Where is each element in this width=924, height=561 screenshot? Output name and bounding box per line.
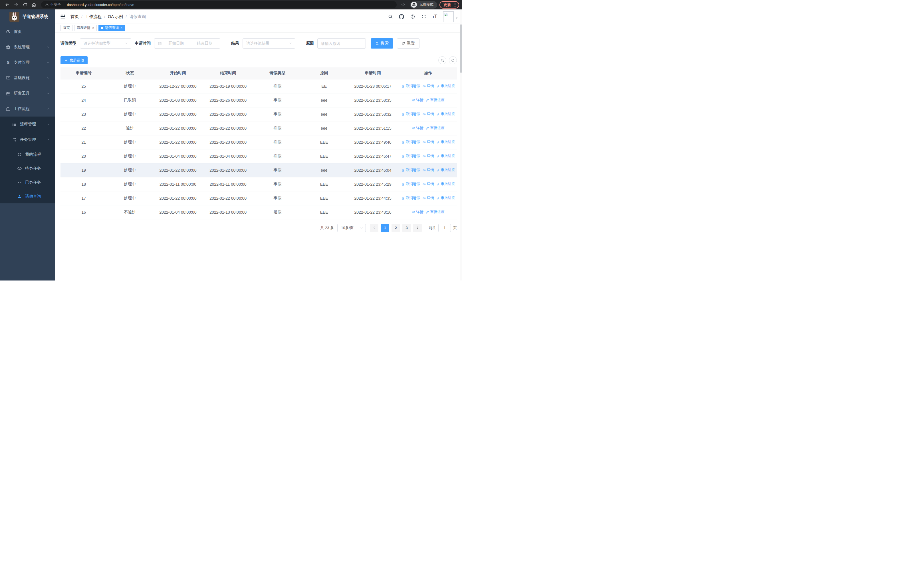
approval-progress-link[interactable]: 审批进度 <box>436 182 455 186</box>
breadcrumb-item-workflow[interactable]: 工作流程 <box>85 14 102 20</box>
page-scrollbar[interactable] <box>460 9 462 281</box>
user-avatar[interactable] <box>443 11 458 22</box>
reload-icon[interactable] <box>22 2 27 7</box>
sidebar-item-process-mgmt[interactable]: 流程管理 <box>0 117 55 132</box>
scrollbar-thumb[interactable] <box>460 24 462 73</box>
search-icon[interactable] <box>388 14 393 19</box>
url-bar[interactable]: 不安全 dashboard.yudao.iocoder.cn/bpm/oa/le… <box>41 1 397 8</box>
next-page-button[interactable] <box>413 224 422 232</box>
sidebar-item-leave-query[interactable]: 请假查询 <box>0 190 55 203</box>
incognito-badge: 无痕模式 <box>410 1 437 9</box>
leave-type-select[interactable]: 请选择请假类型 <box>80 38 131 48</box>
sidebar-item-system[interactable]: 系统管理 <box>0 39 55 55</box>
cancel-leave-link[interactable]: 取消请假 <box>401 154 420 158</box>
page-button-1[interactable]: 1 <box>381 224 389 232</box>
bookmark-star-icon[interactable] <box>401 3 405 7</box>
sidebar-item-label: 我的流程 <box>25 152 50 157</box>
chevron-down-icon <box>360 226 363 230</box>
tag-process-detail[interactable]: 流程详情× <box>74 25 97 31</box>
page-size-select[interactable]: 10条/页 <box>337 224 366 232</box>
apply-time-range-picker[interactable]: 开始日期 - 结束日期 <box>154 38 220 48</box>
table-cell: 18 <box>60 177 107 191</box>
prev-page-button[interactable] <box>370 224 378 232</box>
search-button[interactable]: 搜索 <box>370 38 393 48</box>
breadcrumb-item-oa[interactable]: OA 示例 <box>108 14 123 20</box>
table-cell: 事假 <box>253 191 302 205</box>
approval-progress-link[interactable]: 审批进度 <box>436 168 455 173</box>
approval-progress-link[interactable]: 审批进度 <box>426 210 445 215</box>
close-icon[interactable]: × <box>120 26 122 30</box>
tag-home[interactable]: 首页 <box>60 25 72 31</box>
cancel-leave-link[interactable]: 取消请假 <box>401 196 420 200</box>
cancel-leave-link[interactable]: 取消请假 <box>401 84 420 89</box>
sidebar-item-todo-tasks[interactable]: 待办任务 <box>0 161 55 175</box>
table-cell: 2022-01-13 00:00:00 <box>203 205 253 219</box>
fullscreen-icon[interactable] <box>421 14 426 19</box>
close-icon[interactable]: × <box>92 26 94 30</box>
browser-menu-dots-icon[interactable] <box>454 2 456 8</box>
detail-link[interactable]: 详情 <box>422 168 434 173</box>
user-icon <box>17 194 22 199</box>
cancel-leave-link[interactable]: 取消请假 <box>401 182 420 186</box>
refresh-table-button[interactable] <box>449 56 457 64</box>
cancel-leave-link[interactable]: 取消请假 <box>401 112 420 117</box>
sidebar-item-pay[interactable]: ¥支付管理 <box>0 55 55 70</box>
table-cell: 通过 <box>107 121 153 135</box>
cancel-leave-link[interactable]: 取消请假 <box>401 140 420 144</box>
sidebar-item-home[interactable]: 首页 <box>0 24 55 39</box>
row-actions: 取消请假详情审批进度 <box>399 135 457 149</box>
reset-button[interactable]: 重置 <box>397 38 420 48</box>
page-button-2[interactable]: 2 <box>392 224 400 232</box>
detail-link[interactable]: 详情 <box>412 98 423 102</box>
reset-button-label: 重置 <box>407 41 415 46</box>
detail-link[interactable]: 详情 <box>422 196 434 200</box>
sidebar-item-task-mgmt[interactable]: 任务管理 <box>0 132 55 147</box>
result-select[interactable]: 请选择流结果 <box>243 38 296 48</box>
github-icon[interactable] <box>399 14 404 19</box>
eye-icon <box>422 154 426 158</box>
sidebar-item-label: 待办任务 <box>25 166 50 171</box>
approval-progress-link[interactable]: 审批进度 <box>436 112 455 117</box>
tag-leave-query[interactable]: 请假查询× <box>99 25 125 31</box>
approval-progress-link[interactable]: 审批进度 <box>436 154 455 158</box>
update-label: 更新 <box>444 2 451 8</box>
forward-icon[interactable] <box>14 2 18 7</box>
sidebar-item-workflow[interactable]: 工作流程 <box>0 101 55 117</box>
goto-page-input[interactable] <box>438 224 451 232</box>
approval-progress-link[interactable]: 审批进度 <box>426 98 445 102</box>
column-header: 申请时间 <box>346 68 399 79</box>
approval-progress-link[interactable]: 审批进度 <box>426 126 445 131</box>
help-icon[interactable] <box>410 14 415 19</box>
approval-progress-link[interactable]: 审批进度 <box>436 196 455 200</box>
approval-progress-link[interactable]: 审批进度 <box>436 140 455 144</box>
sidebar-item-dev-tools[interactable]: 研发工具 <box>0 86 55 101</box>
sidebar-item-done-tasks[interactable]: 已办任务 <box>0 175 55 190</box>
font-size-icon[interactable]: TT <box>432 14 437 19</box>
detail-link[interactable]: 详情 <box>412 210 423 215</box>
table-cell: 2022-01-11 00:00:00 <box>153 177 203 191</box>
sidebar-item-infra[interactable]: 基础设施 <box>0 70 55 86</box>
detail-link[interactable]: 详情 <box>412 126 423 131</box>
detail-link[interactable]: 详情 <box>422 182 434 186</box>
sidebar-item-my-process[interactable]: 我的流程 <box>0 147 55 161</box>
detail-link[interactable]: 详情 <box>422 84 434 89</box>
page-button-3[interactable]: 3 <box>402 224 411 232</box>
detail-link[interactable]: 详情 <box>422 154 434 158</box>
edit-icon <box>436 168 440 172</box>
back-icon[interactable] <box>5 2 10 7</box>
create-leave-label: 发起请假 <box>70 58 84 63</box>
toolbox-icon <box>6 91 10 96</box>
approval-progress-link[interactable]: 审批进度 <box>436 84 455 89</box>
app-logo[interactable]: 芋道管理系统 <box>0 9 55 24</box>
row-actions: 取消请假详情审批进度 <box>399 107 457 121</box>
home-icon[interactable] <box>32 2 36 7</box>
detail-link[interactable]: 详情 <box>422 140 434 144</box>
reason-input[interactable] <box>317 38 366 48</box>
detail-link[interactable]: 详情 <box>422 112 434 117</box>
sidebar-collapse-icon[interactable] <box>60 14 66 20</box>
update-button[interactable]: 更新 <box>440 1 459 9</box>
breadcrumb-item-home[interactable]: 首页 <box>70 14 79 20</box>
cancel-leave-link[interactable]: 取消请假 <box>401 168 420 173</box>
toggle-search-button[interactable] <box>438 56 446 64</box>
create-leave-button[interactable]: 发起请假 <box>60 56 88 64</box>
